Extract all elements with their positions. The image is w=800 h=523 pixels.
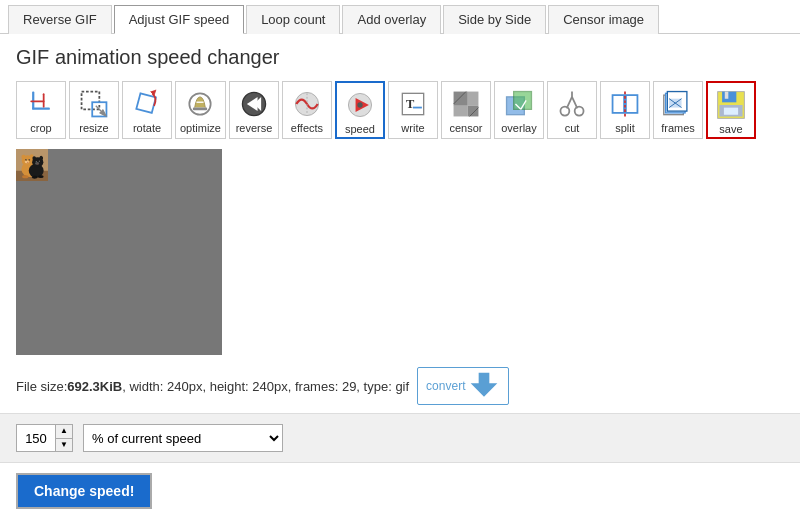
tool-overlay[interactable]: overlay (494, 81, 544, 139)
resize-label: resize (79, 122, 108, 134)
file-info-bar: File size: 692.3KiB , width: 240px, heig… (0, 361, 800, 411)
spin-buttons: ▲ ▼ (55, 425, 72, 451)
svg-text:T: T (406, 97, 415, 111)
svg-point-32 (560, 107, 569, 116)
svg-rect-23 (454, 106, 468, 117)
svg-rect-37 (613, 95, 625, 113)
reverse-label: reverse (236, 122, 273, 134)
speed-icon (342, 87, 378, 123)
svg-point-57 (25, 160, 29, 163)
resize-icon (76, 86, 112, 122)
toolbar: crop resize rotate (0, 77, 800, 143)
spin-up-button[interactable]: ▲ (56, 425, 72, 439)
svg-point-67 (35, 162, 39, 165)
action-bar: Change speed! (0, 463, 800, 519)
svg-point-73 (22, 175, 28, 178)
svg-rect-48 (725, 92, 729, 99)
overlay-icon (501, 86, 537, 122)
tabs-bar: Reverse GIF Adjust GIF speed Loop count … (0, 0, 800, 34)
convert-button[interactable]: convert (417, 367, 509, 405)
image-section (0, 143, 800, 361)
svg-rect-38 (626, 95, 638, 113)
speed-mode-select[interactable]: % of current speed milliseconds delay fr… (83, 424, 283, 452)
svg-rect-24 (468, 92, 479, 106)
rotate-icon (129, 86, 165, 122)
optimize-icon (182, 86, 218, 122)
svg-rect-50 (724, 108, 738, 115)
svg-point-60 (26, 159, 27, 160)
overlay-label: overlay (501, 122, 536, 134)
svg-point-75 (38, 175, 44, 178)
svg-rect-7 (136, 93, 156, 113)
tool-split[interactable]: split (600, 81, 650, 139)
svg-rect-0 (32, 92, 34, 110)
svg-point-61 (29, 159, 30, 160)
tool-reverse[interactable]: reverse (229, 81, 279, 139)
svg-rect-1 (32, 108, 50, 110)
tab-sidebyside[interactable]: Side by Side (443, 5, 546, 34)
speed-label: speed (345, 123, 375, 135)
speed-input-wrapper: ▲ ▼ (16, 424, 73, 452)
split-label: split (615, 122, 635, 134)
save-label: save (719, 123, 742, 135)
svg-point-70 (36, 161, 37, 162)
rotate-label: rotate (133, 122, 161, 134)
tab-adjust[interactable]: Adjust GIF speed (114, 5, 244, 34)
tool-resize[interactable]: resize (69, 81, 119, 139)
tab-loop[interactable]: Loop count (246, 5, 340, 34)
page-title: GIF animation speed changer (0, 34, 800, 77)
cut-icon (554, 86, 590, 122)
reverse-icon (236, 86, 272, 122)
svg-marker-76 (471, 373, 498, 397)
tab-reverse[interactable]: Reverse GIF (8, 5, 112, 34)
save-icon (713, 87, 749, 123)
svg-rect-9 (193, 108, 207, 111)
tool-effects[interactable]: effects (282, 81, 332, 139)
frames-label: frames (661, 122, 695, 134)
tool-speed[interactable]: speed (335, 81, 385, 139)
speed-input[interactable] (17, 425, 55, 451)
convert-label: convert (426, 379, 465, 393)
svg-point-72 (37, 163, 39, 164)
tool-frames[interactable]: frames (653, 81, 703, 139)
svg-point-74 (32, 176, 38, 179)
download-icon (468, 370, 500, 402)
tool-write[interactable]: T write (388, 81, 438, 139)
svg-line-34 (567, 97, 572, 109)
svg-rect-2 (30, 100, 44, 102)
controls-bar: ▲ ▼ % of current speed milliseconds dela… (0, 413, 800, 463)
gif-preview (16, 149, 222, 355)
split-icon (607, 86, 643, 122)
svg-line-35 (572, 97, 577, 109)
effects-icon (289, 86, 325, 122)
svg-rect-25 (468, 106, 479, 117)
crop-label: crop (30, 122, 51, 134)
frames-icon (660, 86, 696, 122)
tool-censor[interactable]: censor (441, 81, 491, 139)
svg-point-71 (39, 161, 40, 162)
write-label: write (401, 122, 424, 134)
tool-cut[interactable]: cut (547, 81, 597, 139)
file-size-label: File size: (16, 379, 67, 394)
effects-label: effects (291, 122, 323, 134)
write-icon: T (395, 86, 431, 122)
svg-rect-22 (454, 92, 468, 106)
censor-label: censor (449, 122, 482, 134)
file-width-label: , width: 240px, height: 240px, frames: 2… (122, 379, 409, 394)
spin-down-button[interactable]: ▼ (56, 439, 72, 452)
tool-optimize[interactable]: optimize (175, 81, 226, 139)
tab-censor[interactable]: Censor image (548, 5, 659, 34)
tab-overlay[interactable]: Add overlay (342, 5, 441, 34)
svg-point-62 (27, 162, 29, 163)
svg-point-18 (357, 102, 362, 107)
svg-rect-3 (43, 93, 45, 107)
tool-save[interactable]: save (706, 81, 756, 139)
svg-rect-47 (722, 92, 736, 103)
cut-label: cut (565, 122, 580, 134)
crop-icon (23, 86, 59, 122)
file-size-value: 692.3KiB (67, 379, 122, 394)
optimize-label: optimize (180, 122, 221, 134)
change-speed-button[interactable]: Change speed! (16, 473, 152, 509)
tool-rotate[interactable]: rotate (122, 81, 172, 139)
tool-crop[interactable]: crop (16, 81, 66, 139)
